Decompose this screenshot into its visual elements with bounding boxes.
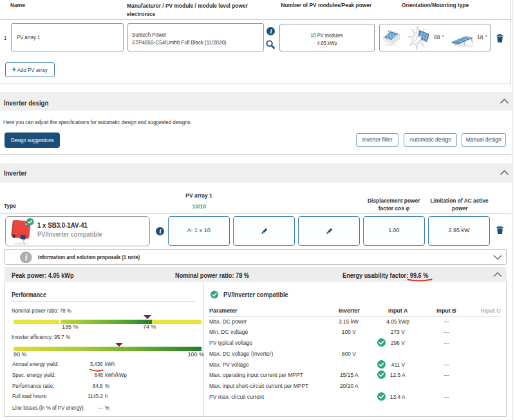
svg-text:i: i <box>25 253 28 262</box>
